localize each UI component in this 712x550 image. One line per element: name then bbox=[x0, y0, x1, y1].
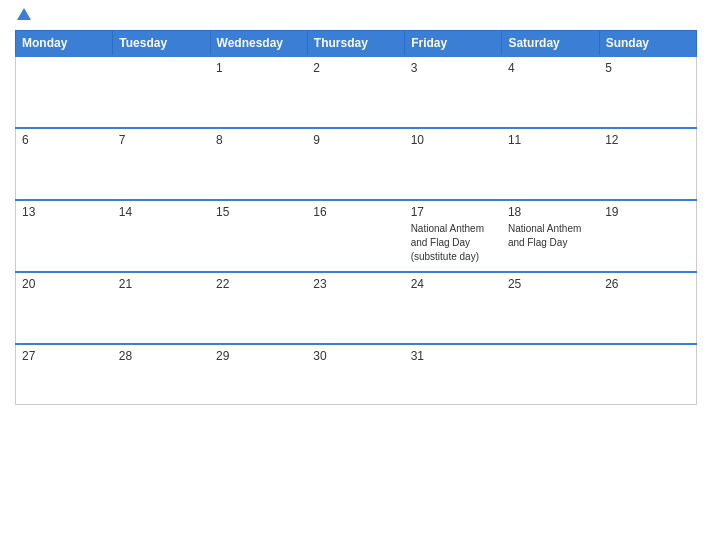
table-cell: 9 bbox=[307, 128, 404, 200]
logo-triangle-icon bbox=[17, 8, 31, 20]
table-cell: 21 bbox=[113, 272, 210, 344]
day-number: 19 bbox=[605, 205, 690, 219]
calendar-week-row: 2728293031 bbox=[16, 344, 697, 404]
table-cell: 17National Anthem and Flag Day (substitu… bbox=[405, 200, 502, 272]
calendar-week-row: 6789101112 bbox=[16, 128, 697, 200]
table-cell: 3 bbox=[405, 56, 502, 128]
day-number: 7 bbox=[119, 133, 204, 147]
col-saturday: Saturday bbox=[502, 31, 599, 57]
day-number: 10 bbox=[411, 133, 496, 147]
header-row: Monday Tuesday Wednesday Thursday Friday… bbox=[16, 31, 697, 57]
table-cell: 19 bbox=[599, 200, 696, 272]
col-monday: Monday bbox=[16, 31, 113, 57]
table-cell: 12 bbox=[599, 128, 696, 200]
table-cell: 5 bbox=[599, 56, 696, 128]
table-cell: 26 bbox=[599, 272, 696, 344]
day-number: 25 bbox=[508, 277, 593, 291]
table-cell: 11 bbox=[502, 128, 599, 200]
day-number: 8 bbox=[216, 133, 301, 147]
day-number: 12 bbox=[605, 133, 690, 147]
table-cell: 8 bbox=[210, 128, 307, 200]
day-number: 23 bbox=[313, 277, 398, 291]
table-cell: 28 bbox=[113, 344, 210, 404]
day-number: 15 bbox=[216, 205, 301, 219]
day-event: National Anthem and Flag Day (substitute… bbox=[411, 223, 484, 262]
calendar-week-row: 12345 bbox=[16, 56, 697, 128]
day-number: 18 bbox=[508, 205, 593, 219]
table-cell bbox=[16, 56, 113, 128]
table-cell: 15 bbox=[210, 200, 307, 272]
day-number: 11 bbox=[508, 133, 593, 147]
day-number: 2 bbox=[313, 61, 398, 75]
day-number: 3 bbox=[411, 61, 496, 75]
table-cell: 2 bbox=[307, 56, 404, 128]
day-number: 26 bbox=[605, 277, 690, 291]
table-cell: 1 bbox=[210, 56, 307, 128]
day-number: 16 bbox=[313, 205, 398, 219]
col-sunday: Sunday bbox=[599, 31, 696, 57]
day-number: 13 bbox=[22, 205, 107, 219]
col-tuesday: Tuesday bbox=[113, 31, 210, 57]
table-cell: 20 bbox=[16, 272, 113, 344]
table-cell: 16 bbox=[307, 200, 404, 272]
day-number: 14 bbox=[119, 205, 204, 219]
day-number: 29 bbox=[216, 349, 301, 363]
day-number: 30 bbox=[313, 349, 398, 363]
col-thursday: Thursday bbox=[307, 31, 404, 57]
day-number: 5 bbox=[605, 61, 690, 75]
table-cell: 10 bbox=[405, 128, 502, 200]
table-cell: 14 bbox=[113, 200, 210, 272]
table-cell: 18National Anthem and Flag Day bbox=[502, 200, 599, 272]
table-cell: 27 bbox=[16, 344, 113, 404]
day-number: 4 bbox=[508, 61, 593, 75]
day-number: 31 bbox=[411, 349, 496, 363]
col-friday: Friday bbox=[405, 31, 502, 57]
table-cell: 25 bbox=[502, 272, 599, 344]
col-wednesday: Wednesday bbox=[210, 31, 307, 57]
table-cell: 7 bbox=[113, 128, 210, 200]
table-cell: 31 bbox=[405, 344, 502, 404]
table-cell: 6 bbox=[16, 128, 113, 200]
day-number: 24 bbox=[411, 277, 496, 291]
day-number: 6 bbox=[22, 133, 107, 147]
table-cell: 22 bbox=[210, 272, 307, 344]
table-cell bbox=[599, 344, 696, 404]
day-number: 27 bbox=[22, 349, 107, 363]
calendar-week-row: 1314151617National Anthem and Flag Day (… bbox=[16, 200, 697, 272]
table-cell bbox=[113, 56, 210, 128]
day-number: 1 bbox=[216, 61, 301, 75]
calendar-week-row: 20212223242526 bbox=[16, 272, 697, 344]
day-event: National Anthem and Flag Day bbox=[508, 223, 581, 248]
logo bbox=[15, 10, 31, 22]
day-number: 17 bbox=[411, 205, 496, 219]
table-cell bbox=[502, 344, 599, 404]
day-number: 9 bbox=[313, 133, 398, 147]
table-cell: 30 bbox=[307, 344, 404, 404]
calendar-page: Monday Tuesday Wednesday Thursday Friday… bbox=[0, 0, 712, 550]
table-cell: 29 bbox=[210, 344, 307, 404]
table-cell: 4 bbox=[502, 56, 599, 128]
day-number: 21 bbox=[119, 277, 204, 291]
table-cell: 24 bbox=[405, 272, 502, 344]
table-cell: 23 bbox=[307, 272, 404, 344]
day-number: 20 bbox=[22, 277, 107, 291]
day-number: 28 bbox=[119, 349, 204, 363]
table-cell: 13 bbox=[16, 200, 113, 272]
calendar-table: Monday Tuesday Wednesday Thursday Friday… bbox=[15, 30, 697, 405]
day-number: 22 bbox=[216, 277, 301, 291]
header bbox=[15, 10, 697, 22]
